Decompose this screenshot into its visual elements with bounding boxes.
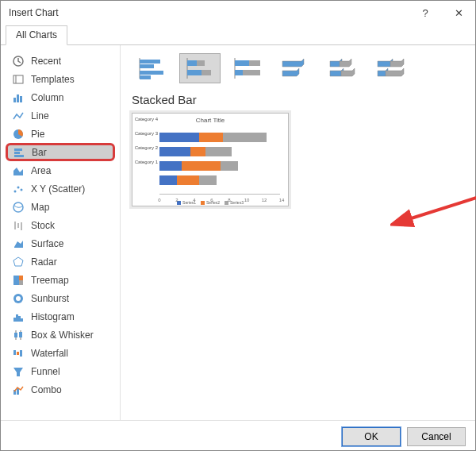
- help-button[interactable]: ?: [409, 1, 442, 25]
- chart-category-sidebar: Recent Templates Column Line Pie Bar: [1, 45, 120, 420]
- sunburst-icon: [12, 292, 25, 305]
- svg-marker-55: [282, 68, 299, 76]
- svg-rect-25: [13, 318, 16, 322]
- sidebar-item-label: Funnel: [31, 366, 60, 377]
- preview-category-label: Category 2: [134, 145, 158, 150]
- sidebar-item-area[interactable]: Area: [6, 161, 115, 179]
- svg-rect-34: [17, 352, 19, 355]
- sidebar-item-map[interactable]: Map: [6, 198, 115, 216]
- ok-button[interactable]: OK: [342, 427, 401, 446]
- sidebar-item-label: Pie: [31, 129, 44, 140]
- svg-marker-19: [13, 257, 23, 266]
- svg-rect-35: [20, 350, 22, 357]
- svg-rect-41: [140, 64, 154, 68]
- histogram-icon: [12, 310, 25, 323]
- svg-rect-45: [187, 60, 197, 66]
- tabstrip: All Charts: [1, 25, 475, 45]
- subtype-3d-stacked-bar[interactable]: [322, 53, 363, 83]
- close-button[interactable]: ✕: [442, 1, 475, 25]
- insert-chart-dialog: Insert Chart ? ✕ All Charts Recent Templ…: [0, 0, 476, 451]
- preview-category-label: Category 1: [134, 160, 158, 164]
- svg-marker-10: [13, 168, 23, 175]
- sidebar-item-label: Treemap: [31, 275, 69, 286]
- subtype-clustered-bar[interactable]: [132, 53, 173, 83]
- svg-rect-52: [235, 70, 243, 75]
- sidebar-item-waterfall[interactable]: Waterfall: [6, 344, 115, 362]
- sidebar-item-treemap[interactable]: Treemap: [6, 271, 115, 289]
- preview-x-tick: 2: [175, 198, 178, 202]
- svg-rect-33: [13, 350, 16, 355]
- svg-rect-20: [13, 276, 19, 285]
- svg-rect-27: [18, 316, 21, 322]
- svg-rect-22: [19, 280, 23, 285]
- sidebar-item-stock[interactable]: Stock: [6, 216, 115, 234]
- sidebar-item-recent[interactable]: Recent: [6, 52, 115, 70]
- svg-rect-26: [16, 314, 18, 322]
- sidebar-item-combo[interactable]: Combo: [6, 380, 115, 399]
- pie-icon: [12, 128, 25, 141]
- chart-preview[interactable]: Chart Title Series1 Series2 Series3 Cate…: [132, 113, 289, 206]
- svg-rect-21: [19, 276, 23, 280]
- sidebar-item-column[interactable]: Column: [6, 88, 115, 106]
- svg-rect-47: [187, 70, 202, 75]
- sidebar-item-label: X Y (Scatter): [31, 183, 85, 195]
- sidebar-item-label: Map: [31, 202, 49, 213]
- sidebar-item-surface[interactable]: Surface: [6, 234, 115, 252]
- 100-stacked-bar-3d-icon: [373, 56, 408, 80]
- sidebar-item-scatter[interactable]: X Y (Scatter): [6, 179, 115, 198]
- sidebar-item-label: Radar: [31, 256, 57, 268]
- svg-point-11: [14, 190, 17, 192]
- sidebar-item-pie[interactable]: Pie: [6, 125, 115, 143]
- stacked-bar-3d-icon: [325, 56, 360, 80]
- combo-icon: [12, 384, 25, 396]
- stacked-bar-icon: [182, 56, 217, 80]
- sidebar-item-label: Sunburst: [31, 293, 69, 304]
- stock-icon: [12, 219, 25, 232]
- preview-bars-area: [159, 128, 280, 188]
- tab-all-charts[interactable]: All Charts: [6, 25, 67, 45]
- svg-rect-48: [202, 70, 211, 75]
- sidebar-item-bar[interactable]: Bar: [6, 143, 115, 161]
- svg-marker-18: [14, 241, 23, 248]
- svg-rect-43: [140, 75, 151, 79]
- preview-x-tick: 6: [210, 198, 213, 202]
- sidebar-item-label: Stock: [31, 220, 55, 231]
- svg-point-13: [21, 188, 23, 191]
- preview-x-tick: 0: [158, 198, 160, 202]
- svg-marker-36: [13, 368, 23, 376]
- subtype-stacked-bar[interactable]: [179, 53, 221, 83]
- recent-icon: [12, 55, 25, 67]
- svg-marker-63: [386, 68, 404, 76]
- line-icon: [12, 110, 25, 122]
- radar-icon: [12, 256, 25, 268]
- sidebar-item-funnel[interactable]: Funnel: [6, 362, 115, 380]
- subtype-3d-100-stacked-bar[interactable]: [370, 53, 411, 83]
- preview-category-label: Category 3: [134, 131, 158, 136]
- sidebar-item-templates[interactable]: Templates: [6, 70, 115, 88]
- sidebar-item-sunburst[interactable]: Sunburst: [6, 289, 115, 307]
- sidebar-item-line[interactable]: Line: [6, 106, 115, 125]
- svg-rect-5: [20, 96, 22, 102]
- sidebar-item-radar[interactable]: Radar: [6, 252, 115, 271]
- bar-subtype-row: [132, 53, 464, 83]
- svg-rect-53: [243, 70, 260, 75]
- svg-rect-50: [235, 60, 249, 66]
- subtype-100-stacked-bar[interactable]: [227, 53, 268, 83]
- cancel-button[interactable]: Cancel: [407, 427, 466, 446]
- svg-rect-46: [197, 60, 205, 66]
- sidebar-item-histogram[interactable]: Histogram: [6, 307, 115, 326]
- clustered-bar-3d-icon: [278, 56, 313, 80]
- map-icon: [12, 201, 25, 214]
- subtype-3d-clustered-bar[interactable]: [274, 53, 316, 83]
- preview-x-tick: 4: [193, 198, 195, 202]
- area-icon: [12, 164, 25, 177]
- svg-marker-54: [282, 59, 304, 67]
- sidebar-item-label: Area: [31, 165, 51, 176]
- waterfall-icon: [12, 347, 25, 360]
- sidebar-item-boxwhisker[interactable]: Box & Whisker: [6, 326, 115, 344]
- sidebar-item-label: Surface: [31, 238, 63, 249]
- dialog-title: Insert Chart: [9, 7, 59, 18]
- svg-rect-40: [140, 60, 160, 64]
- svg-rect-28: [21, 318, 23, 322]
- sidebar-item-label: Line: [31, 110, 49, 121]
